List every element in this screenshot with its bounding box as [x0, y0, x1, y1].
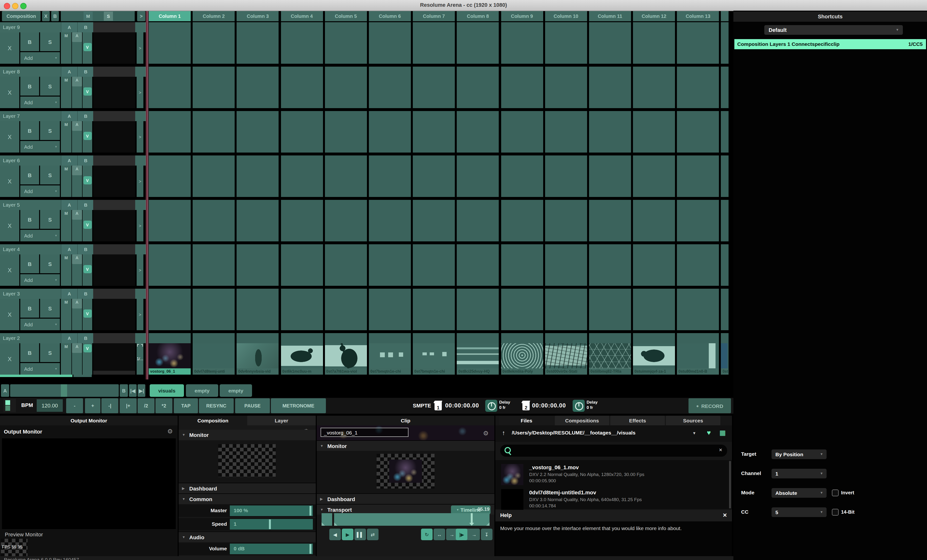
layer-solo-button[interactable]: S [40, 165, 60, 184]
clip-name-label[interactable]: 0st7bmqtn1e-chi [413, 368, 455, 375]
tab-sources[interactable]: Sources [666, 416, 720, 425]
layer-trigger-button[interactable]: > [137, 299, 143, 330]
clip-slot[interactable] [545, 289, 587, 330]
layer-video-button[interactable]: V [83, 310, 91, 318]
bpm-value-field[interactable]: 120.00 [37, 399, 63, 412]
layer-bypass-button[interactable]: B [20, 343, 39, 362]
deck-tab-empty[interactable]: empty [220, 384, 252, 397]
clip-slot[interactable] [501, 289, 543, 330]
clip-slot[interactable] [721, 244, 729, 286]
layer-header[interactable]: Layer 8AB [0, 67, 146, 77]
clip-slot[interactable] [369, 244, 411, 286]
layer-b-assign-button[interactable]: B [77, 289, 94, 299]
tab-output-monitor[interactable]: Output Monitor [0, 416, 178, 425]
close-icon[interactable]: ✕ [723, 512, 727, 519]
clip-slot[interactable] [457, 244, 499, 286]
clip-slot[interactable] [413, 22, 455, 64]
layer-header[interactable]: Layer 9AB [0, 22, 146, 32]
clip-slot[interactable] [633, 244, 675, 286]
tempo-button-pause[interactable]: PAUSE [235, 398, 270, 413]
layer-a-assign-button[interactable]: A [61, 22, 77, 32]
speed-slider[interactable]: 1 [230, 519, 313, 530]
layer-clear-button[interactable]: X [0, 210, 19, 241]
layer-clear-button[interactable]: X [0, 299, 19, 330]
transport-play-group-0[interactable]: ◀ [329, 529, 341, 540]
layer-blendmode-dropdown[interactable]: Add▼ [20, 97, 60, 108]
clip-slot[interactable] [193, 155, 235, 197]
clip-slot[interactable] [721, 289, 729, 330]
clip-slot[interactable] [413, 111, 455, 153]
clip-slot[interactable] [237, 200, 279, 241]
layer-master-fader[interactable]: M [61, 77, 71, 108]
clip-slot[interactable] [501, 200, 543, 241]
deck-tab-empty[interactable]: empty [186, 384, 218, 397]
clip-name-label[interactable]: 0std00vir0x-Stati [545, 368, 587, 375]
clip-slot[interactable] [633, 22, 675, 64]
clip-slot[interactable] [193, 244, 235, 286]
clip-slot[interactable] [281, 289, 323, 330]
clip-name-label[interactable]: 0st7bmqtn1e-chi [369, 368, 411, 375]
layer-header[interactable]: Layer 4AB [0, 244, 146, 254]
tempo-button-2[interactable]: /2 [138, 398, 155, 413]
tempo-button-metronome[interactable]: METRONOME [271, 398, 326, 413]
clip-slot[interactable] [193, 289, 235, 330]
scrollbar[interactable] [729, 461, 731, 508]
clip-slot[interactable] [413, 244, 455, 286]
clip-slot[interactable] [193, 22, 235, 64]
layer-master-fader[interactable]: M [61, 343, 71, 375]
clip-slot[interactable] [721, 200, 729, 241]
clip-slot[interactable] [677, 111, 719, 153]
clip-name-label[interactable]: 0stu80md1n0-B [677, 368, 719, 375]
clip-slot[interactable] [721, 111, 729, 153]
column-header-2[interactable]: Column 2 [193, 11, 235, 21]
layer-solo-button[interactable]: S [40, 32, 60, 51]
clip-slot[interactable] [325, 289, 367, 330]
layer-header[interactable]: Layer 6AB [0, 155, 146, 165]
clip-slot[interactable] [369, 111, 411, 153]
layer-solo-button[interactable]: S [40, 210, 60, 229]
layer-header[interactable]: Layer 7AB [0, 111, 146, 121]
smpte-delay1-icon[interactable] [485, 400, 497, 412]
clip-slot[interactable] [413, 200, 455, 241]
clip-slot[interactable]: 0st7bmqtn1e-chi [369, 333, 411, 375]
chevron-down-icon[interactable]: ▼ [692, 431, 696, 436]
clip-slot[interactable] [545, 200, 587, 241]
layer-clear-button[interactable]: X [0, 254, 19, 286]
column-header-4[interactable]: Column 4 [281, 11, 323, 21]
clip-slot[interactable] [677, 200, 719, 241]
layer-autopilot-fader[interactable]: A [72, 32, 82, 64]
clip-slot[interactable] [677, 67, 719, 108]
layer-video-fader[interactable]: V [82, 165, 92, 197]
layer-video-fader[interactable]: V [82, 343, 92, 375]
column-header-13[interactable]: Column 13 [677, 11, 719, 21]
layer-solo-button[interactable]: S [40, 121, 60, 140]
clip-slot[interactable] [677, 22, 719, 64]
layer-bypass-button[interactable]: B [20, 77, 39, 96]
clip-name-field[interactable]: _vostorg_06_1 [321, 428, 409, 437]
clip-slot[interactable] [325, 155, 367, 197]
column-header-11[interactable]: Column 11 [589, 11, 631, 21]
clip-slot[interactable] [457, 22, 499, 64]
clip-slot[interactable]: 0dv4nnyvbsia-vid [237, 333, 279, 375]
clip-slot[interactable] [457, 111, 499, 153]
composition-bypass-button[interactable]: B [51, 11, 59, 21]
layer-autopilot-fader[interactable]: A [72, 210, 82, 241]
clip-slot[interactable] [545, 67, 587, 108]
column-header-9[interactable]: Column 9 [501, 11, 543, 21]
clip-slot[interactable] [545, 22, 587, 64]
layer-master-fader[interactable]: M [61, 254, 71, 286]
layer-a-assign-button[interactable]: A [61, 333, 77, 343]
layer-autopilot-fader[interactable]: A [72, 299, 82, 330]
clip-slot[interactable] [193, 200, 235, 241]
clip-name-label[interactable]: 0st7a7t61wa-viol [325, 368, 367, 375]
timeline-slider[interactable] [334, 513, 489, 526]
clip-slot[interactable] [149, 22, 191, 64]
clip-slot[interactable] [149, 289, 191, 330]
layer-bypass-button[interactable]: B [20, 254, 39, 273]
smpte-timecode-2[interactable]: 00:00:00.00 [532, 402, 566, 409]
layer-blendmode-dropdown[interactable]: Add▼ [20, 52, 60, 64]
clip-slot[interactable] [457, 200, 499, 241]
crossfader-a-button[interactable]: A [1, 384, 9, 397]
clip-slot[interactable] [149, 67, 191, 108]
tempo-button-tap[interactable]: TAP [174, 398, 198, 413]
